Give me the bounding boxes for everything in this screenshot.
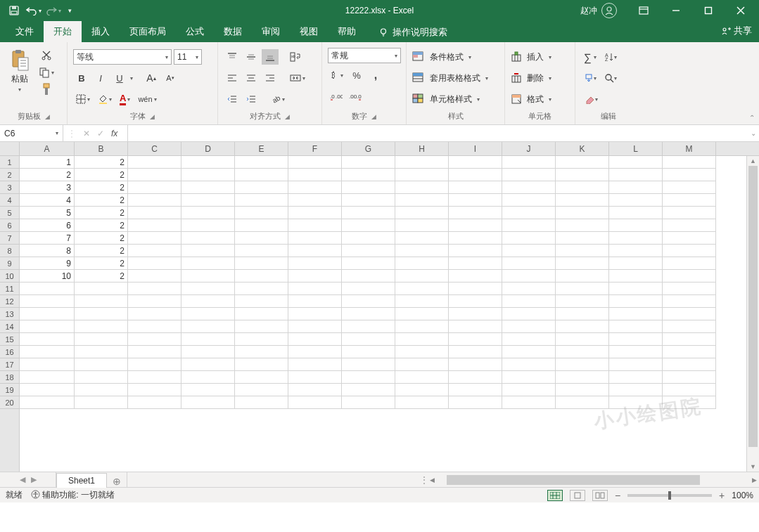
zoom-slider-thumb[interactable]	[668, 491, 671, 500]
cell-J11[interactable]	[502, 283, 556, 295]
cell-I16[interactable]	[449, 346, 502, 358]
cell-L8[interactable]	[609, 245, 663, 257]
fill-color-button[interactable]: ▾	[95, 91, 115, 107]
cell-A14[interactable]	[20, 320, 75, 333]
font-name-combo[interactable]: 等线▾	[73, 49, 172, 65]
cell-J20[interactable]	[502, 396, 556, 409]
cell-H3[interactable]	[395, 181, 449, 194]
enter-formula-button[interactable]: ✓	[97, 129, 104, 138]
cell-A2[interactable]: 2	[20, 169, 75, 181]
cell-C20[interactable]	[128, 396, 181, 409]
cells-area[interactable]: 122232425262728292102	[20, 156, 746, 472]
cell-K18[interactable]	[556, 371, 609, 384]
cell-M13[interactable]	[663, 308, 716, 320]
cell-C11[interactable]	[128, 283, 181, 295]
cell-F10[interactable]	[288, 270, 342, 283]
cell-C2[interactable]	[128, 169, 181, 181]
cell-D7[interactable]	[181, 232, 235, 245]
align-middle-button[interactable]	[243, 49, 260, 65]
cell-E11[interactable]	[235, 283, 288, 295]
cell-D2[interactable]	[181, 169, 235, 181]
column-header-C[interactable]: C	[128, 142, 181, 155]
align-top-button[interactable]	[224, 49, 241, 65]
cell-D9[interactable]	[181, 257, 235, 270]
cell-B12[interactable]	[75, 295, 128, 308]
cell-I18[interactable]	[449, 371, 502, 384]
cell-E18[interactable]	[235, 371, 288, 384]
percent-button[interactable]: %	[348, 67, 365, 83]
cell-C18[interactable]	[128, 371, 181, 384]
page-break-view-button[interactable]	[592, 490, 608, 501]
column-header-H[interactable]: H	[395, 142, 449, 155]
cell-A4[interactable]: 4	[20, 194, 75, 207]
cell-B19[interactable]	[75, 384, 128, 396]
cell-I3[interactable]	[449, 181, 502, 194]
row-header-9[interactable]: 9	[0, 257, 19, 270]
cell-E6[interactable]	[235, 219, 288, 232]
cell-L4[interactable]	[609, 194, 663, 207]
cell-G16[interactable]	[342, 346, 395, 358]
autosum-button[interactable]: ∑▾	[581, 49, 599, 65]
user-account[interactable]: 赵冲	[580, 3, 617, 18]
row-header-5[interactable]: 5	[0, 207, 19, 219]
align-right-button[interactable]	[262, 70, 279, 86]
cell-F11[interactable]	[288, 283, 342, 295]
cell-M15[interactable]	[663, 333, 716, 346]
cell-E8[interactable]	[235, 245, 288, 257]
cell-J2[interactable]	[502, 169, 556, 181]
cell-H8[interactable]	[395, 245, 449, 257]
cell-C1[interactable]	[128, 156, 181, 169]
cell-G5[interactable]	[342, 207, 395, 219]
cell-D11[interactable]	[181, 283, 235, 295]
font-size-combo[interactable]: 11▾	[174, 49, 202, 65]
cell-B17[interactable]	[75, 358, 128, 371]
cell-D1[interactable]	[181, 156, 235, 169]
cell-G4[interactable]	[342, 194, 395, 207]
cell-M7[interactable]	[663, 232, 716, 245]
cell-B6[interactable]: 2	[75, 219, 128, 232]
cell-E14[interactable]	[235, 320, 288, 333]
decrease-decimal-button[interactable]: .00.0	[347, 89, 364, 104]
cell-M17[interactable]	[663, 358, 716, 371]
row-header-12[interactable]: 12	[0, 295, 19, 308]
cell-E5[interactable]	[235, 207, 288, 219]
chevron-right-icon[interactable]: ▶	[31, 475, 37, 484]
cell-L5[interactable]	[609, 207, 663, 219]
close-button[interactable]	[725, 1, 756, 20]
cell-C5[interactable]	[128, 207, 181, 219]
align-center-button[interactable]	[243, 70, 260, 86]
splitter-icon[interactable]: ⋮	[420, 475, 427, 485]
cell-A5[interactable]: 5	[20, 207, 75, 219]
cell-E3[interactable]	[235, 181, 288, 194]
cell-H6[interactable]	[395, 219, 449, 232]
cell-A20[interactable]	[20, 396, 75, 409]
cell-J13[interactable]	[502, 308, 556, 320]
dialog-launcher-icon[interactable]: ◢	[285, 113, 290, 120]
borders-button[interactable]: ▾	[73, 91, 93, 107]
cell-D15[interactable]	[181, 333, 235, 346]
cell-B15[interactable]	[75, 333, 128, 346]
cell-E16[interactable]	[235, 346, 288, 358]
select-all-button[interactable]	[0, 142, 20, 155]
cell-A17[interactable]	[20, 358, 75, 371]
cell-B9[interactable]: 2	[75, 257, 128, 270]
normal-view-button[interactable]	[547, 490, 563, 501]
cell-D8[interactable]	[181, 245, 235, 257]
sheet-tab-1[interactable]: Sheet1	[56, 473, 107, 488]
cell-K7[interactable]	[556, 232, 609, 245]
cell-F16[interactable]	[288, 346, 342, 358]
cell-E13[interactable]	[235, 308, 288, 320]
cell-I12[interactable]	[449, 295, 502, 308]
row-header-19[interactable]: 19	[0, 384, 19, 396]
cell-I10[interactable]	[449, 270, 502, 283]
cell-J17[interactable]	[502, 358, 556, 371]
tab-help[interactable]: 帮助	[328, 21, 366, 42]
cell-A11[interactable]	[20, 283, 75, 295]
cell-B11[interactable]	[75, 283, 128, 295]
cell-J6[interactable]	[502, 219, 556, 232]
cell-A9[interactable]: 9	[20, 257, 75, 270]
cell-F12[interactable]	[288, 295, 342, 308]
new-sheet-button[interactable]: ⊕	[107, 476, 127, 487]
row-header-13[interactable]: 13	[0, 308, 19, 320]
zoom-in-button[interactable]: +	[719, 490, 725, 501]
